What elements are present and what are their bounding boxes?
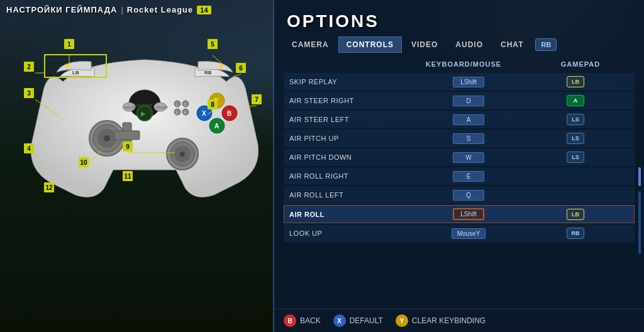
gamepad-icon: LS bbox=[567, 152, 584, 163]
table-row[interactable]: AIR STEER RIGHT D A bbox=[284, 92, 635, 109]
key-badge: D bbox=[453, 96, 484, 106]
tabs-row: CAMERA CONTROLS VIDEO AUDIO CHAT RB bbox=[274, 36, 644, 53]
action-label: AIR STEER LEFT bbox=[289, 116, 415, 123]
gamepad-binding: RB bbox=[522, 228, 629, 239]
action-label: AIR ROLL LEFT bbox=[289, 191, 415, 199]
table-row[interactable]: AIR ROLL LShift LB bbox=[284, 205, 635, 223]
action-label: AIR STEER RIGHT bbox=[289, 97, 415, 104]
table-row[interactable]: AIR ROLL LEFT Q bbox=[284, 186, 635, 204]
gamepad-binding: LB bbox=[522, 76, 629, 87]
default-button[interactable]: X DEFAULT bbox=[333, 314, 383, 327]
table-row[interactable]: AIR PITCH DOWN W LS bbox=[284, 148, 635, 166]
tab-audio[interactable]: AUDIO bbox=[447, 36, 491, 53]
svg-text:START: START bbox=[156, 106, 168, 109]
label-6: 6 bbox=[236, 63, 246, 73]
gamepad-binding: A bbox=[522, 95, 629, 106]
svg-point-9 bbox=[104, 135, 110, 141]
back-label: BACK bbox=[300, 316, 321, 325]
table-row[interactable]: AIR PITCH UP S LS bbox=[284, 130, 635, 147]
action-label: AIR ROLL bbox=[289, 211, 415, 218]
column-headers: KEYBOARD/MOUSE GAMEPAD bbox=[274, 58, 644, 70]
label-3: 3 bbox=[24, 88, 34, 98]
key-badge: W bbox=[453, 152, 484, 163]
gamepad-icon: A bbox=[567, 95, 584, 106]
options-title: OPTIONS bbox=[274, 0, 644, 36]
keyboard-binding: LShift bbox=[415, 208, 522, 220]
key-badge: LShift bbox=[453, 208, 484, 220]
gamepad-icon: RB bbox=[567, 228, 584, 239]
gamepad-binding: LB bbox=[522, 209, 629, 220]
keyboard-binding: Q bbox=[415, 190, 522, 201]
svg-text:BACK: BACK bbox=[125, 106, 135, 109]
b-icon: B bbox=[284, 314, 296, 327]
table-row[interactable]: LOOK UP MouseY RB bbox=[284, 224, 635, 242]
gamepad-binding: LS bbox=[522, 152, 629, 163]
label-9: 9 bbox=[123, 141, 133, 152]
game-title: Rocket League bbox=[127, 5, 193, 14]
clear-label: CLEAR KEYBINDING bbox=[412, 316, 486, 325]
col-header-action bbox=[279, 60, 405, 68]
tab-chat[interactable]: CHAT bbox=[492, 36, 531, 53]
keyboard-binding: E bbox=[415, 171, 522, 182]
table-row[interactable]: SKIP REPLAY LShift LB bbox=[284, 73, 635, 91]
label-5: 5 bbox=[208, 39, 218, 49]
label-7: 7 bbox=[252, 94, 262, 104]
col-header-gamepad: GAMEPAD bbox=[522, 60, 639, 68]
tab-controls[interactable]: CONTROLS bbox=[338, 36, 402, 53]
svg-text:A: A bbox=[214, 123, 219, 130]
title-prefix: НАСТРОЙКИ ГЕЙМПАДА bbox=[6, 5, 117, 14]
clear-button[interactable]: Y CLEAR KEYBINDING bbox=[396, 314, 486, 327]
tab-rb[interactable]: RB bbox=[535, 38, 557, 51]
keyboard-binding: A bbox=[415, 114, 522, 125]
svg-line-43 bbox=[233, 74, 241, 77]
key-badge: LShift bbox=[453, 77, 484, 87]
title-bar: НАСТРОЙКИ ГЕЙМПАДА | Rocket League 14 bbox=[6, 5, 211, 14]
label-1: 1 bbox=[64, 39, 74, 49]
tab-camera[interactable]: CAMERA bbox=[284, 36, 337, 53]
action-label: AIR ROLL RIGHT bbox=[289, 172, 415, 180]
keyboard-binding: MouseY bbox=[415, 228, 522, 239]
label-11: 11 bbox=[123, 171, 133, 181]
col-header-keyboard: KEYBOARD/MOUSE bbox=[405, 60, 522, 68]
key-badge: A bbox=[453, 114, 484, 125]
gamepad-icon: LB bbox=[567, 76, 584, 87]
back-button[interactable]: B BACK bbox=[284, 314, 321, 327]
title-badge: 14 bbox=[197, 6, 211, 14]
bottom-bar: B BACK X DEFAULT Y CLEAR KEYBINDING bbox=[274, 309, 644, 332]
x-icon: X bbox=[333, 314, 346, 327]
svg-text:X: X bbox=[202, 110, 206, 117]
action-label: AIR PITCH DOWN bbox=[289, 153, 415, 161]
default-label: DEFAULT bbox=[350, 316, 383, 325]
gamepad-icon: LS bbox=[567, 114, 584, 125]
gamepad-binding: LS bbox=[522, 133, 629, 144]
scrollbar-thumb[interactable] bbox=[638, 167, 641, 186]
key-badge: Q bbox=[453, 190, 484, 201]
svg-rect-15 bbox=[114, 131, 140, 140]
options-panel: OPTIONS CAMERA CONTROLS VIDEO AUDIO CHAT… bbox=[273, 0, 644, 332]
label-12: 12 bbox=[44, 182, 54, 192]
key-badge: E bbox=[453, 171, 484, 182]
action-label: LOOK UP bbox=[289, 230, 415, 237]
gamepad-icon: LB bbox=[567, 209, 584, 220]
y-icon: Y bbox=[396, 314, 408, 327]
svg-text:▶: ▶ bbox=[141, 110, 146, 117]
label-2-box bbox=[44, 54, 107, 78]
gamepad-binding: LS bbox=[522, 114, 629, 125]
label-2: 2 bbox=[24, 62, 34, 72]
key-badge: MouseY bbox=[452, 228, 486, 239]
label-10: 10 bbox=[79, 157, 89, 167]
label-8: 8 bbox=[208, 99, 218, 109]
scrollbar-track[interactable] bbox=[638, 191, 641, 254]
keyboard-binding: S bbox=[415, 133, 522, 144]
table-row[interactable]: AIR STEER LEFT A LS bbox=[284, 111, 635, 128]
title-pipe: | bbox=[121, 5, 123, 14]
svg-point-13 bbox=[180, 152, 185, 157]
keyboard-binding: W bbox=[415, 152, 522, 163]
tab-video[interactable]: VIDEO bbox=[403, 36, 446, 53]
bindings-list: SKIP REPLAY LShift LB AIR STEER RIGHT D … bbox=[274, 73, 644, 309]
keyboard-binding: D bbox=[415, 96, 522, 106]
keyboard-binding: LShift bbox=[415, 77, 522, 87]
key-badge: S bbox=[453, 133, 484, 144]
table-row[interactable]: AIR ROLL RIGHT E bbox=[284, 167, 635, 185]
svg-text:RB: RB bbox=[204, 70, 212, 75]
